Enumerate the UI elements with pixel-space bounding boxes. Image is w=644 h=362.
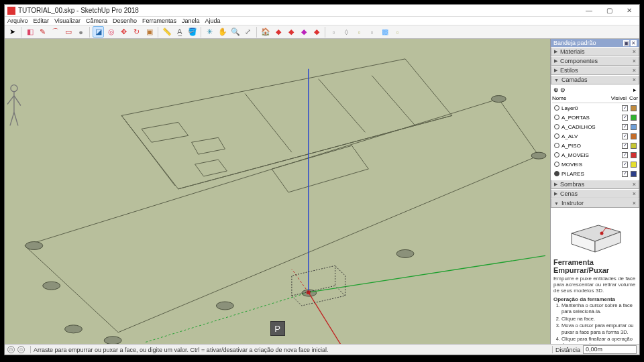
misc5-icon[interactable]: ▩ [379,26,390,38]
layer-visible-checkbox[interactable]: ✓ [622,133,628,139]
line-tool-icon[interactable]: ✎ [37,26,48,38]
rollup-scenes[interactable]: ▶Cenas× [551,189,639,198]
layer-current-radio[interactable] [554,124,559,129]
layer-color-swatch[interactable] [631,152,637,158]
layer-visible-checkbox[interactable]: ✓ [622,105,628,111]
menu-window[interactable]: Janela [182,17,200,24]
menu-camera[interactable]: Câmera [86,17,107,24]
layer-visible-checkbox[interactable]: ✓ [622,115,628,121]
paint-tool-icon[interactable]: 🪣 [186,26,198,38]
layer-name: A_MOVEIS [561,152,619,158]
minimize-button[interactable]: — [579,5,599,16]
shape-tool-icon[interactable]: ▭ [62,26,74,38]
tray-pin-icon[interactable]: ▣ [623,40,629,46]
menu-view[interactable]: Visualizar [54,17,80,24]
maximize-button[interactable]: ▢ [599,5,619,16]
layer-color-swatch[interactable] [631,115,637,121]
vcb-input[interactable]: 0,00m [583,345,637,354]
misc3-icon[interactable]: ▫ [354,26,365,38]
menu-tools[interactable]: Ferramentas [142,17,176,24]
layer-row[interactable]: PILARES✓ [552,169,638,178]
layer-visible-checkbox[interactable]: ✓ [622,171,628,177]
layer-visible-checkbox[interactable]: ✓ [622,152,628,158]
misc2-icon[interactable]: ◊ [341,26,352,38]
layer-row[interactable]: A_CADILHOS✓ [552,122,638,131]
layer-current-radio[interactable] [554,133,559,139]
menu-help[interactable]: Ajuda [205,17,221,24]
pushpull-tool-icon[interactable]: ◪ [93,26,104,38]
instructor-step: Clique na face. [561,316,637,322]
tray-header[interactable]: Bandeja padrão ▣ ✕ [551,39,639,47]
circle-tool-icon[interactable]: ● [75,26,87,38]
layer-visible-checkbox[interactable]: ✓ [622,124,628,130]
layer-color-swatch[interactable] [631,124,637,130]
layer-menu-icon[interactable]: ▸ [633,86,637,93]
layer-row[interactable]: A_ALV✓ [552,131,638,141]
rollup-layers[interactable]: ▼Camadas× [551,75,639,84]
layer-visible-checkbox[interactable]: ✓ [622,162,628,168]
warehouse-icon[interactable]: 🏠 [260,26,271,38]
status-geo-icon[interactable]: ⊙ [7,346,15,353]
scale-tool-icon[interactable]: ▣ [144,26,155,38]
add-layer-icon[interactable]: ⊕ [553,86,559,93]
layer-row[interactable]: Layer0✓ [552,103,638,113]
layer-color-swatch[interactable] [631,133,637,139]
orbit-tool-icon[interactable]: ✳ [204,26,215,38]
layer-row[interactable]: MOVEIS✓ [552,160,638,169]
status-user-icon[interactable]: ☺ [17,346,25,353]
layer-row[interactable]: A_PISO✓ [552,141,638,150]
misc1-icon[interactable]: ▫ [328,26,339,38]
text-tool-icon[interactable]: A̲ [174,26,185,38]
tape-tool-icon[interactable]: 📏 [161,26,172,38]
move-tool-icon[interactable]: ✥ [118,26,129,38]
extension1-icon[interactable]: ◆ [272,26,284,38]
arc-tool-icon[interactable]: ⌒ [50,26,61,38]
svg-line-11 [309,292,352,344]
rollup-components[interactable]: ▶Componentes× [551,56,639,66]
zoom-extents-icon[interactable]: ⤢ [242,26,254,38]
viewport-3d[interactable]: P [5,39,550,344]
extension4-icon[interactable]: ◆ [311,26,322,38]
layer-name: A_ALV [561,133,619,139]
instructor-tool-title: Ferramenta Empurrar/Puxar [553,259,637,274]
layer-color-swatch[interactable] [631,143,637,149]
layer-current-radio[interactable] [554,162,559,167]
select-tool-icon[interactable]: ➤ [7,26,18,38]
svg-point-2 [65,325,83,333]
layers-col-color[interactable]: Cor [629,95,638,101]
extension3-icon[interactable]: ◆ [298,26,309,38]
misc6-icon[interactable]: ▫ [392,26,403,38]
offset-tool-icon[interactable]: ◎ [105,26,117,38]
menu-draw[interactable]: Desenho [113,17,137,24]
zoom-tool-icon[interactable]: 🔍 [229,26,241,38]
layer-current-radio[interactable] [554,115,559,120]
layer-current-radio[interactable] [554,105,559,111]
rollup-materials[interactable]: ▶Materiais× [551,47,639,56]
layer-color-swatch[interactable] [631,171,637,177]
layer-visible-checkbox[interactable]: ✓ [622,143,628,149]
menu-file[interactable]: Arquivo [7,17,28,24]
layers-col-name[interactable]: Nome [552,95,611,101]
layer-current-radio[interactable] [554,152,559,158]
window-title: TUTORIAL_00.skp - SketchUp Pro 2018 [18,7,579,14]
pan-tool-icon[interactable]: ✋ [217,26,228,38]
layer-row[interactable]: A_MOVEIS✓ [552,150,638,160]
rotate-tool-icon[interactable]: ↻ [131,26,142,38]
eraser-tool-icon[interactable]: ◧ [24,26,36,38]
layer-color-swatch[interactable] [631,162,637,168]
layer-current-radio[interactable] [554,143,559,148]
extension2-icon[interactable]: ◆ [285,26,297,38]
app-logo-icon [7,7,15,15]
close-button[interactable]: ✕ [619,5,639,16]
rollup-shadows[interactable]: ▶Sombras× [551,180,639,189]
layer-row[interactable]: A_PORTAS✓ [552,113,638,122]
rollup-styles[interactable]: ▶Estilos× [551,66,639,75]
layer-color-swatch[interactable] [631,105,637,111]
rollup-instructor[interactable]: ▼Instrutor× [551,198,639,208]
misc4-icon[interactable]: ▫ [366,26,378,38]
layers-col-visible[interactable]: Visível [611,95,627,101]
remove-layer-icon[interactable]: ⊖ [560,86,566,93]
layer-current-radio[interactable] [554,171,559,176]
tray-close-icon[interactable]: ✕ [631,40,637,46]
menu-edit[interactable]: Editar [34,17,50,24]
